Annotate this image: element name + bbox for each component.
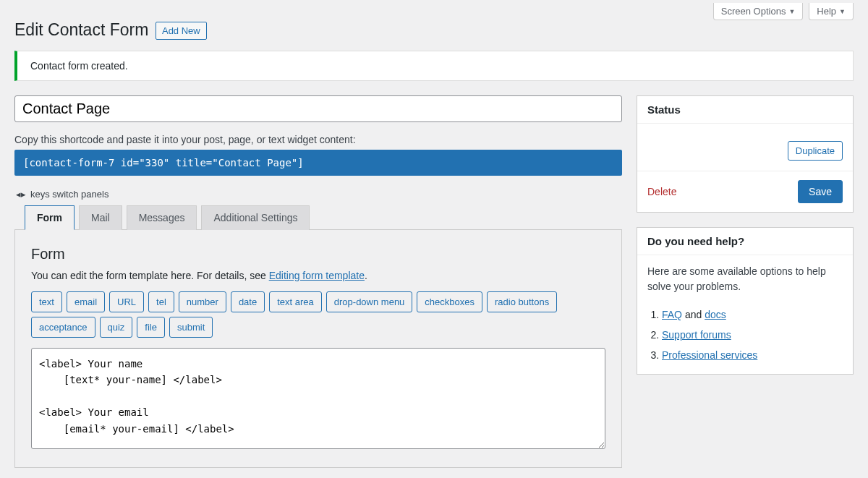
status-box: Status Duplicate Delete Save [637, 95, 854, 213]
tag-acceptance-button[interactable]: acceptance [31, 317, 95, 338]
help-item-1: FAQ and docs [662, 304, 843, 325]
tabs: Form Mail Messages Additional Settings [25, 205, 622, 230]
success-notice: Contact form created. [14, 51, 854, 81]
tab-mail[interactable]: Mail [79, 205, 122, 230]
tab-messages[interactable]: Messages [127, 205, 197, 230]
support-forums-link[interactable]: Support forums [662, 329, 731, 341]
help-item-3: Professional services [662, 345, 843, 365]
professional-services-link[interactable]: Professional services [662, 349, 757, 361]
tag-file-button[interactable]: file [137, 317, 165, 338]
tag-checkboxes-button[interactable]: checkboxes [417, 291, 482, 312]
form-panel: Form You can edit the form template here… [14, 229, 622, 468]
help-item-2: Support forums [662, 325, 843, 345]
tag-number-button[interactable]: number [179, 291, 226, 312]
help-button[interactable]: Help ▼ [809, 3, 854, 20]
tag-radio-button[interactable]: radio buttons [487, 291, 557, 312]
tab-additional-settings[interactable]: Additional Settings [201, 205, 310, 230]
left-right-arrow-icon: ◂▸ [16, 189, 26, 200]
help-label: Help [817, 6, 836, 17]
help-list: FAQ and docs Support forums Professional… [647, 304, 843, 365]
chevron-down-icon: ▼ [788, 8, 795, 15]
form-panel-description: You can edit the form template here. For… [31, 270, 605, 281]
shortcode-box[interactable]: [contact-form-7 id="330" title="Contact … [14, 150, 622, 176]
tag-url-button[interactable]: URL [109, 291, 144, 312]
chevron-down-icon: ▼ [839, 8, 846, 15]
duplicate-button[interactable]: Duplicate [788, 141, 843, 161]
tag-buttons-row: text email URL tel number date text area… [31, 291, 605, 338]
screen-options-label: Screen Options [721, 6, 786, 17]
keys-hint-text: keys switch panels [30, 189, 109, 200]
keys-hint: ◂▸ keys switch panels [16, 189, 622, 200]
tag-date-button[interactable]: date [231, 291, 265, 312]
help-box-title: Do you need help? [637, 228, 853, 255]
help-box-intro: Here are some available options to help … [647, 264, 843, 294]
tag-textarea-button[interactable]: text area [269, 291, 322, 312]
page-title: Edit Contact Form [14, 0, 148, 47]
tag-submit-button[interactable]: submit [169, 317, 213, 338]
save-button[interactable]: Save [798, 180, 843, 203]
help-box: Do you need help? Here are some availabl… [637, 227, 854, 375]
tag-quiz-button[interactable]: quiz [100, 317, 133, 338]
tab-form[interactable]: Form [25, 205, 75, 230]
editing-template-link[interactable]: Editing form template [269, 270, 365, 281]
delete-link[interactable]: Delete [647, 186, 676, 197]
tag-tel-button[interactable]: tel [148, 291, 174, 312]
tag-email-button[interactable]: email [67, 291, 105, 312]
docs-link[interactable]: docs [705, 309, 726, 320]
tag-dropdown-button[interactable]: drop-down menu [326, 291, 413, 312]
form-template-textarea[interactable]: <label> Your name [text* your-name] </la… [31, 348, 605, 449]
tag-text-button[interactable]: text [31, 291, 62, 312]
status-box-title: Status [637, 96, 853, 124]
form-title-input[interactable] [14, 95, 622, 122]
screen-options-button[interactable]: Screen Options ▼ [713, 3, 804, 20]
shortcode-label: Copy this shortcode and paste it into yo… [14, 134, 622, 145]
faq-link[interactable]: FAQ [662, 309, 682, 320]
form-panel-heading: Form [31, 246, 605, 263]
add-new-button[interactable]: Add New [156, 22, 207, 40]
